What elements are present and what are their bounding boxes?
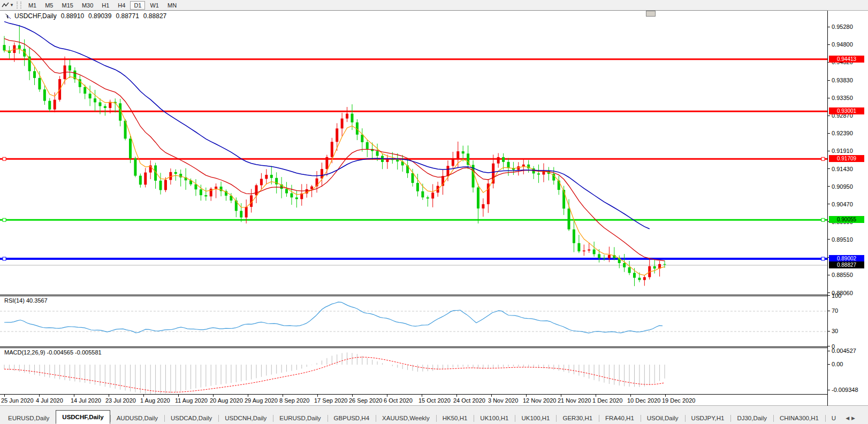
ohlc-close: 0.88827: [143, 12, 166, 20]
chart-tab[interactable]: AUDUSD,Daily: [110, 412, 164, 424]
date-axis[interactable]: 25 Jun 20204 Jul 202014 Jul 202023 Jul 2…: [0, 395, 827, 405]
date-label: 24 Oct 2020: [453, 397, 485, 404]
chart-symbol: USDCHF,Daily: [14, 12, 57, 20]
chart-tab[interactable]: FRA40,H1: [599, 412, 641, 424]
date-tick: [4, 395, 5, 397]
chart-tab[interactable]: U: [825, 412, 842, 424]
date-label: 29 Aug 2020: [245, 397, 278, 404]
price-tick: 0.91910: [828, 148, 868, 154]
date-tick: [143, 395, 144, 397]
price-tick: 0.90950: [828, 183, 868, 190]
hline-price-label: 0.89002: [829, 255, 864, 262]
panel-divider[interactable]: [0, 295, 827, 295]
date-tick: [248, 395, 248, 397]
date-label: 15 Oct 2020: [418, 397, 451, 404]
chart-tab[interactable]: UK100,H1: [515, 412, 556, 424]
date-tick: [422, 395, 422, 397]
chart-tab[interactable]: GBPUSD,H4: [328, 412, 376, 424]
date-label: 19 Dec 2020: [662, 397, 695, 404]
price-tick: 0.94800: [828, 41, 868, 48]
panel-divider: [0, 10, 827, 11]
hline-price-label: 0.91709: [829, 155, 864, 162]
price-tick: 0.88550: [828, 272, 868, 278]
date-label: 6 Oct 2020: [384, 397, 413, 404]
price-tick: 0.89510: [828, 236, 868, 243]
chart-tabs: EURUSD,DailyUSDCHF,DailyAUDUSD,DailyUSDC…: [2, 409, 842, 424]
chart-tab[interactable]: DJ30,Daily: [730, 412, 773, 424]
date-tick: [596, 395, 596, 397]
tab-scroll-right-icon[interactable]: ▶: [851, 415, 857, 421]
date-label: 10 Dec 2020: [627, 397, 660, 404]
macd-label: MACD(12,26,9) -0.004565 -0.005581: [4, 349, 102, 356]
date-tick: [456, 395, 457, 397]
rsi-indicator-panel[interactable]: [0, 296, 827, 346]
date-tick: [352, 395, 353, 397]
date-label: 3 Nov 2020: [488, 397, 518, 404]
rsi-axis-label: 70: [828, 307, 868, 314]
macd-axis-label: -0.009348: [828, 387, 868, 393]
date-tick: [178, 395, 179, 397]
chart-tab[interactable]: XAUUSD,Weekly: [376, 412, 436, 424]
hline-price-label: 0.90055: [829, 216, 864, 223]
date-tick: [213, 395, 214, 397]
date-tick: [491, 395, 492, 397]
chart-tab[interactable]: EURUSD,Daily: [273, 412, 327, 424]
date-tick: [561, 395, 561, 397]
chart-tab[interactable]: USDCAD,Daily: [164, 412, 218, 424]
date-tick: [109, 395, 109, 397]
price-tick: 0.95280: [828, 24, 868, 30]
date-tick: [39, 395, 40, 397]
panel-divider: [0, 296, 827, 296]
date-label: 1 Dec 2020: [592, 397, 622, 404]
chart-tab[interactable]: EURUSD,Daily: [2, 412, 56, 424]
main-price-chart[interactable]: [0, 0, 827, 296]
chart-tab[interactable]: UK100,H1: [474, 412, 515, 424]
date-tick: [387, 395, 387, 397]
chart-tab[interactable]: USOil,Daily: [641, 412, 685, 424]
price-tick: 0.93830: [828, 77, 868, 83]
chart-tab[interactable]: USDCHF,Daily: [56, 410, 110, 424]
date-tick: [630, 395, 631, 397]
panel-divider[interactable]: [0, 346, 827, 347]
price-tick: 0.91430: [828, 166, 868, 172]
ohlc-low: 0.88771: [116, 12, 139, 20]
date-label: 25 Jun 2020: [1, 397, 34, 404]
date-label: 20 Aug 2020: [210, 397, 243, 404]
chart-tab[interactable]: GER30,H1: [556, 412, 599, 424]
price-tick: 0.93350: [828, 95, 868, 101]
rsi-axis-label: 100: [828, 292, 868, 299]
chart-tab-bar: EURUSD,DailyUSDCHF,DailyAUDUSD,DailyUSDC…: [0, 406, 868, 424]
date-label: 23 Jul 2020: [105, 397, 136, 404]
macd-axis-label: 0.004527: [828, 348, 868, 354]
date-label: 21 Nov 2020: [558, 397, 591, 404]
tab-scroll-left-icon[interactable]: ◀: [846, 415, 851, 421]
chart-tab[interactable]: USDJPY,H1: [685, 412, 731, 424]
rsi-label: RSI(14) 40.3567: [4, 297, 48, 304]
scrollbar-thumb[interactable]: [646, 11, 656, 17]
chart-tab[interactable]: USDCNH,Daily: [218, 412, 273, 424]
ohlc-open: 0.88910: [61, 12, 84, 20]
macd-indicator-panel[interactable]: [0, 348, 827, 394]
price-tick: 0.92390: [828, 130, 868, 136]
date-label: 26 Sep 2020: [349, 397, 382, 404]
current-price-label: 0.88827: [829, 261, 864, 268]
date-label: 17 Sep 2020: [314, 397, 347, 404]
panel-divider: [0, 348, 827, 348]
date-tick: [526, 395, 527, 397]
date-label: 4 Jul 2020: [36, 397, 63, 404]
chart-tab[interactable]: HK50,H1: [436, 412, 474, 424]
date-tick: [283, 395, 283, 397]
date-label: 11 Aug 2020: [175, 397, 208, 404]
chart-pointer-icon: [4, 13, 11, 19]
date-label: 8 Sep 2020: [279, 397, 309, 404]
price-axis[interactable]: 0.952800.948000.943200.938300.933500.928…: [828, 11, 868, 405]
hline-price-label: 0.94413: [829, 56, 864, 63]
chart-tab[interactable]: CHINA300,H1: [773, 412, 825, 424]
hline-price-label: 0.93001: [829, 107, 864, 114]
mt4-window: ▼ M1M5M15M30H1H4D1W1MN USDCHF,Daily 0.88…: [0, 0, 868, 424]
date-label: 12 Nov 2020: [523, 397, 556, 404]
ohlc-high: 0.89039: [88, 12, 111, 20]
date-tick: [74, 395, 74, 397]
date-tick: [317, 395, 318, 397]
date-label: 14 Jul 2020: [71, 397, 101, 404]
